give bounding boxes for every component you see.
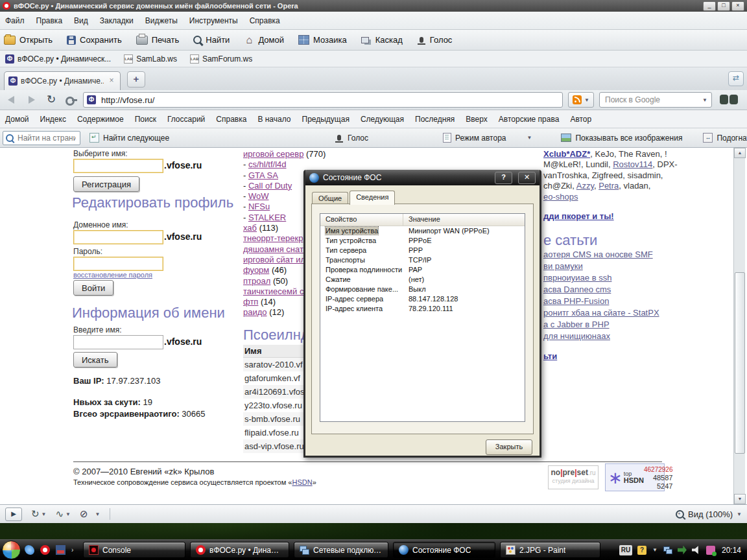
- category-link[interactable]: птроал: [243, 276, 270, 286]
- update-tray-icon[interactable]: [678, 546, 687, 555]
- scrollbar-thumb[interactable]: [735, 272, 745, 454]
- lookup-button[interactable]: Искать: [73, 352, 117, 368]
- property-row[interactable]: Имя устройстваМинипорт WAN (PPPoE): [320, 226, 525, 236]
- dialog-help-button[interactable]: ?: [495, 172, 512, 184]
- right-link[interactable]: пврноиуиае в ssh: [543, 273, 611, 283]
- quick-launch-expand-icon[interactable]: [71, 546, 78, 554]
- domain-name-input[interactable]: [73, 230, 163, 244]
- password-input[interactable]: [73, 257, 163, 271]
- site-nav-link[interactable]: В начало: [257, 115, 290, 124]
- right-link[interactable]: ронитг хбаа на сйате - StatPX: [543, 308, 659, 318]
- close-button[interactable]: ×: [731, 1, 744, 11]
- site-nav-link[interactable]: Домой: [5, 115, 29, 124]
- opera-icon[interactable]: [40, 545, 50, 555]
- right-link[interactable]: асва PHP-Fusion: [543, 296, 609, 306]
- category-link[interactable]: тнеоррт-терекр: [243, 233, 303, 243]
- help-tray-icon[interactable]: [637, 546, 646, 555]
- site-nav-link[interactable]: Автор: [570, 115, 591, 124]
- keyboard-layout-indicator[interactable]: RU: [619, 545, 632, 555]
- panel-toggle-icon[interactable]: [5, 508, 22, 521]
- toolbar-printer-button[interactable]: Печать: [136, 35, 180, 45]
- property-row[interactable]: IP-адрес клиента78.29.120.111: [320, 304, 525, 314]
- find-on-page-field[interactable]: [3, 131, 80, 145]
- menu-item[interactable]: Правка: [36, 16, 63, 25]
- value-column-header[interactable]: Значение: [403, 214, 525, 226]
- site-nav-link[interactable]: Авторские права: [499, 115, 560, 124]
- dialog-tab-1[interactable]: Общие: [312, 192, 348, 204]
- author-mode-dropdown-icon[interactable]: [527, 135, 532, 141]
- nopreset-badge[interactable]: no|pre|set.ru студия дизайна: [548, 465, 599, 489]
- search-input[interactable]: [604, 95, 700, 105]
- register-name-input[interactable]: [73, 159, 163, 173]
- right-link[interactable]: ьти: [543, 351, 557, 361]
- author-mode-button[interactable]: Режим автора: [443, 133, 532, 143]
- right-link[interactable]: Petra: [599, 181, 619, 191]
- taskbar-button[interactable]: 2.JPG - Paint: [500, 542, 600, 558]
- view-zoom-control[interactable]: Вид (100%): [676, 509, 742, 519]
- sync-button[interactable]: [31, 508, 47, 520]
- turbo-button[interactable]: [56, 508, 71, 520]
- taskbar-button[interactable]: Состояние ФОС: [393, 542, 495, 558]
- recover-password-link[interactable]: восстановление пароля: [73, 271, 152, 279]
- menu-item[interactable]: Файл: [5, 16, 25, 25]
- tab-close-icon[interactable]: [107, 76, 116, 86]
- fit-width-button[interactable]: Подогнать по ширине: [703, 133, 747, 143]
- toolbar-cascade-button[interactable]: Каскад: [361, 35, 403, 45]
- category-link[interactable]: STALKER: [248, 213, 286, 222]
- show-images-button[interactable]: Показывать все изображения: [561, 134, 682, 143]
- panels-toggle-icon[interactable]: [728, 71, 744, 86]
- new-tab-button[interactable]: [127, 71, 145, 88]
- search-field[interactable]: [599, 92, 712, 108]
- site-nav-link[interactable]: Вверх: [466, 115, 487, 124]
- right-link[interactable]: ви рамуки: [543, 261, 583, 271]
- right-link[interactable]: асва Danneo cms: [543, 285, 611, 294]
- window-titlebar[interactable]: вФОСе.ру • Динамический сервис доменных …: [0, 0, 747, 12]
- site-nav-link[interactable]: Следующая: [361, 115, 404, 124]
- page-scrollbar[interactable]: [733, 148, 745, 504]
- address-input[interactable]: [100, 95, 559, 106]
- property-column-header[interactable]: Свойство: [320, 214, 403, 226]
- category-link[interactable]: GTA SA: [248, 170, 278, 180]
- right-link[interactable]: Rostov114: [613, 159, 652, 169]
- category-link[interactable]: cs/hl/tf/l4d: [248, 159, 287, 169]
- chevron-tray-icon[interactable]: [652, 546, 658, 555]
- rss-button[interactable]: [568, 92, 594, 108]
- category-link[interactable]: хаб: [243, 223, 257, 233]
- toolbar-home-button[interactable]: Домой: [244, 35, 284, 45]
- category-link[interactable]: таичктиесемй с: [243, 286, 303, 296]
- back-button[interactable]: [5, 93, 19, 106]
- network-tray-icon[interactable]: [663, 546, 672, 555]
- category-link[interactable]: NFSu: [248, 202, 270, 211]
- property-row[interactable]: ТранспортыTCP/IP: [320, 255, 525, 265]
- property-row[interactable]: Формирование паке...Выкл: [320, 285, 525, 294]
- category-link[interactable]: раидо: [243, 307, 267, 317]
- site-nav-link[interactable]: Глоссарий: [167, 115, 205, 124]
- site-nav-link[interactable]: Индекс: [40, 115, 66, 124]
- right-link[interactable]: а с Jabber в PHP: [543, 320, 610, 329]
- right-link[interactable]: Xclub*ADZ*: [543, 149, 590, 159]
- minimize-button[interactable]: _: [703, 1, 716, 11]
- site-nav-link[interactable]: Справка: [216, 115, 246, 124]
- menu-item[interactable]: Виджеты: [145, 16, 178, 25]
- toolbar-magnifier-button[interactable]: Найти: [193, 35, 230, 45]
- close-dialog-button[interactable]: Закрыть: [486, 439, 532, 455]
- maximize-button[interactable]: □: [717, 1, 730, 11]
- right-link[interactable]: eo-shops: [543, 192, 578, 202]
- dialog-tab-2[interactable]: Сведения: [350, 191, 395, 205]
- bookmark-item[interactable]: SamLab.ws: [124, 54, 177, 64]
- right-link[interactable]: аотеря CMS на оносве SMF: [543, 250, 653, 259]
- site-nav-link[interactable]: Последняя: [415, 115, 455, 124]
- right-link[interactable]: для нчищиюнаах: [543, 331, 610, 341]
- right-link[interactable]: дди пкорет и ты!: [543, 211, 614, 221]
- menu-item[interactable]: Вид: [74, 16, 88, 25]
- taskbar-button[interactable]: Сетевые подключения: [294, 542, 388, 558]
- find-input[interactable]: [16, 133, 77, 143]
- address-field[interactable]: [83, 92, 563, 108]
- category-link[interactable]: WoW: [248, 191, 269, 201]
- network-status-button[interactable]: [80, 508, 101, 520]
- toolbar-floppy-button[interactable]: Сохранить: [67, 35, 122, 45]
- category-link[interactable]: фуорм: [243, 265, 269, 275]
- media-tray-icon[interactable]: [706, 546, 715, 555]
- butterfly-icon[interactable]: [25, 545, 34, 555]
- taskbar-button[interactable]: вФОСе.ру • Динамич...: [190, 542, 289, 558]
